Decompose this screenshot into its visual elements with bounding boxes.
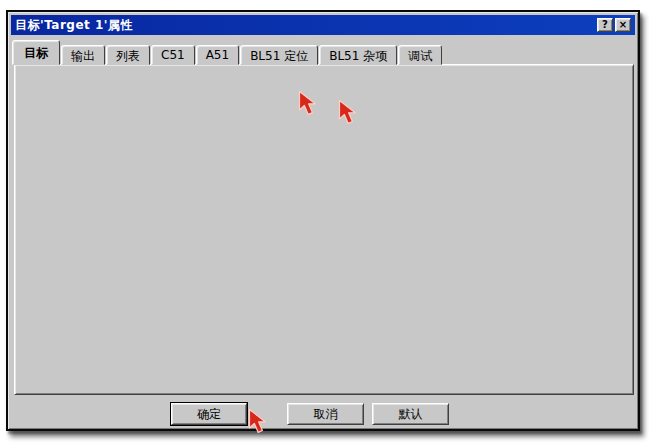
tab-listing[interactable]: 列表 bbox=[106, 45, 150, 65]
tab-bl51-locate[interactable]: BL51 定位 bbox=[240, 45, 318, 65]
ok-button[interactable]: 确定 bbox=[171, 403, 247, 425]
tab-debug[interactable]: 调试 bbox=[398, 45, 442, 65]
cancel-button[interactable]: 取消 bbox=[287, 403, 364, 425]
annotation-arrow-rom-checkbox bbox=[338, 99, 359, 128]
tab-c51[interactable]: C51 bbox=[151, 45, 195, 65]
dialog-title: 目标'Target 1'属性 bbox=[15, 17, 133, 34]
titlebar[interactable]: 目标'Target 1'属性 ? × bbox=[11, 15, 635, 35]
default-button[interactable]: 默认 bbox=[372, 403, 449, 425]
help-icon[interactable]: ? bbox=[597, 18, 613, 32]
screenshot-root: 目标'Target 1'属性 ? × 目标 输出 列表 C51 A51 BL51… bbox=[0, 0, 649, 444]
tab-output[interactable]: 输出 bbox=[61, 45, 105, 65]
annotation-arrow-ok-button bbox=[248, 408, 269, 437]
close-icon[interactable]: × bbox=[615, 18, 631, 32]
tab-strip: 目标 输出 列表 C51 A51 BL51 定位 BL51 杂项 调试 bbox=[14, 40, 443, 65]
tab-a51[interactable]: A51 bbox=[196, 45, 239, 65]
target-options-dialog: 目标'Target 1'属性 ? × 目标 输出 列表 C51 A51 BL51… bbox=[6, 10, 640, 431]
annotation-arrow-xtal bbox=[298, 90, 319, 119]
tab-bl51-misc[interactable]: BL51 杂项 bbox=[319, 45, 397, 65]
tab-page-target bbox=[14, 64, 634, 395]
tab-target[interactable]: 目标 bbox=[12, 40, 60, 65]
